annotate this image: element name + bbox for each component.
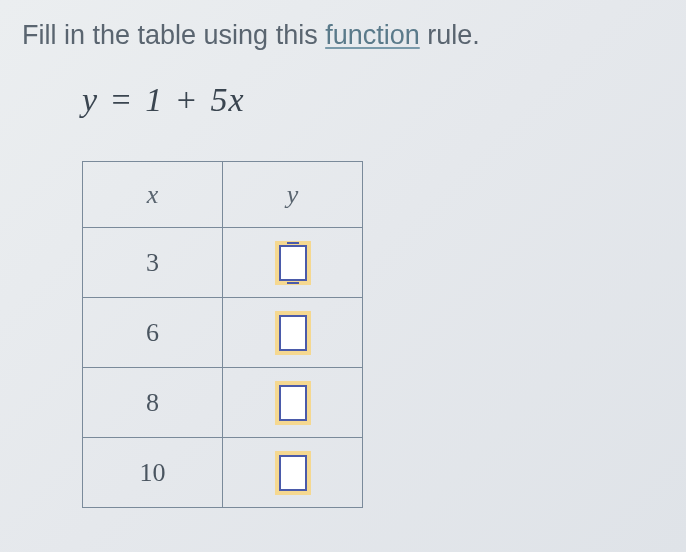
header-y: y	[223, 162, 363, 228]
rhs-variable: x	[228, 81, 244, 118]
constant: 1	[145, 81, 163, 118]
y-input[interactable]	[279, 245, 307, 281]
y-cell	[223, 298, 363, 368]
y-cell	[223, 368, 363, 438]
function-link[interactable]: function	[325, 20, 420, 50]
table-row: 3	[83, 228, 363, 298]
instruction-after: rule.	[420, 20, 480, 50]
x-value: 6	[83, 298, 223, 368]
operator: +	[177, 81, 197, 118]
x-value: 10	[83, 438, 223, 508]
x-value: 8	[83, 368, 223, 438]
table-row: 8	[83, 368, 363, 438]
x-value: 3	[83, 228, 223, 298]
lhs-variable: y	[82, 81, 98, 118]
instruction-before: Fill in the table using this	[22, 20, 325, 50]
instruction-text: Fill in the table using this function ru…	[22, 18, 664, 53]
header-x: x	[83, 162, 223, 228]
function-rule: y = 1 + 5x	[82, 81, 664, 119]
equals-sign: =	[112, 81, 132, 118]
y-cell	[223, 438, 363, 508]
table-row: 6	[83, 298, 363, 368]
y-input[interactable]	[279, 455, 307, 491]
function-table: x y 3 6 8 10	[82, 161, 363, 508]
coefficient: 5	[210, 81, 228, 118]
table-row: 10	[83, 438, 363, 508]
y-input[interactable]	[279, 385, 307, 421]
y-cell	[223, 228, 363, 298]
table-header-row: x y	[83, 162, 363, 228]
y-input[interactable]	[279, 315, 307, 351]
